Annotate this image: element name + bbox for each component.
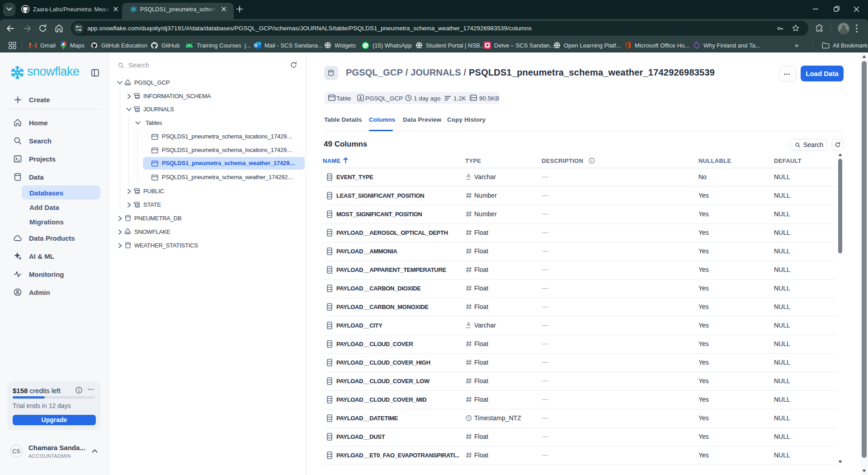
svg-text:4: 4 xyxy=(695,43,698,48)
